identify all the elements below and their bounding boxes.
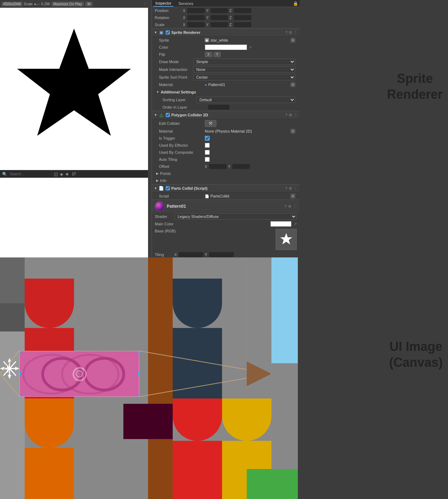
polygon-collider-arrow[interactable]: ▼ <box>154 113 157 117</box>
tiling-label: Tiling <box>155 252 172 257</box>
scale-z[interactable]: 1 <box>234 22 251 27</box>
auto-tiling-checkbox[interactable] <box>205 157 210 162</box>
sprite-prop-row: Sprite ▣ star_white ⊙ <box>152 37 300 44</box>
color-swatch[interactable] <box>205 44 247 50</box>
sel-handle-mr[interactable] <box>137 372 139 376</box>
material-link-button[interactable]: ⊙ <box>290 82 295 87</box>
polygon-collider-actions: ? ⚙ ⋮ <box>285 113 297 117</box>
points-row[interactable]: ▶ Points <box>152 170 300 177</box>
mask-interaction-label: Mask Interaction <box>159 67 193 72</box>
sprite-renderer-enabled-checkbox[interactable] <box>166 30 170 35</box>
pattern01-help-icon[interactable]: ? <box>284 204 287 209</box>
sel-handle-br[interactable] <box>137 395 139 397</box>
collider-material-link-button[interactable]: ⊙ <box>290 129 295 134</box>
flip-x-button[interactable]: X <box>205 52 212 57</box>
offset-x[interactable]: 0.6 <box>209 164 227 169</box>
sprite-renderer-header: ▼ ▣ Sprite Renderer ? ⚙ ⋮ <box>152 28 300 37</box>
pink-pattern-box <box>19 351 139 397</box>
sky-blue-area <box>271 257 298 363</box>
script-link-button[interactable]: ⊙ <box>290 194 295 199</box>
scale-x[interactable]: 1 <box>187 22 205 27</box>
tiling-x[interactable]: 1 <box>179 252 203 257</box>
tiling-y[interactable]: 1 <box>209 252 234 257</box>
mute-button[interactable]: M <box>85 2 92 6</box>
parts-collid-help-icon[interactable]: ? <box>285 186 287 191</box>
scale-y[interactable]: 1 <box>210 22 228 27</box>
draw-mode-select[interactable]: Simple <box>193 59 295 65</box>
rotation-z[interactable]: 0 <box>234 15 251 20</box>
sprite-renderer-collapse-arrow[interactable]: ▼ <box>154 31 157 34</box>
used-by-effector-checkbox[interactable] <box>205 143 210 148</box>
scale-value: 0.296 <box>41 2 50 6</box>
parts-collid-arrow[interactable]: ▼ <box>154 187 157 190</box>
tab-services[interactable]: Services <box>176 1 195 6</box>
pattern01-name: Pattern01 <box>167 204 282 209</box>
offset-xy: X0.6 Y0 <box>205 164 295 169</box>
polygon-collider-settings-icon[interactable]: ⚙ <box>289 113 292 117</box>
parts-collid-header: ▼ 📄 Parts Collid (Script) ? ⚙ ⋮ <box>152 184 300 193</box>
flip-label: Flip <box>159 52 205 56</box>
sprite-renderer-settings-icon[interactable]: ⚙ <box>289 30 292 35</box>
position-x[interactable]: 0 <box>187 8 205 13</box>
edit-collider-button[interactable]: ⚒ <box>205 120 216 127</box>
additional-settings-header[interactable]: ▼ Additional Settings <box>152 88 300 96</box>
svg-marker-17 <box>15 367 19 370</box>
tab-inspector[interactable]: Inspector <box>153 0 173 7</box>
sprite-renderer-help-icon[interactable]: ? <box>285 30 287 35</box>
main-color-label: Main Color <box>155 222 268 226</box>
maximize-on-play-button[interactable]: Maximize On Play <box>51 2 84 6</box>
filter-icon: ◈ <box>60 172 63 177</box>
edit-collider-label: Edit Collider <box>159 121 205 126</box>
star-filter-icon: ★ <box>65 172 69 177</box>
more-options-icon[interactable]: ⋮ <box>143 2 147 6</box>
polygon-collider-more-icon[interactable]: ⋮ <box>294 113 297 117</box>
flip-y-button[interactable]: Y <box>214 52 221 57</box>
is-trigger-checkbox[interactable] <box>205 136 210 141</box>
sprite-link-button[interactable]: ⊙ <box>290 38 295 43</box>
sorting-layer-select[interactable]: Default <box>196 97 295 103</box>
main-color-swatch[interactable] <box>270 221 291 227</box>
info-row[interactable]: ▶ Info <box>152 177 300 184</box>
svg-marker-16 <box>0 367 4 370</box>
base-rgb-texture <box>276 229 297 250</box>
rotation-x[interactable]: 0 <box>187 15 205 20</box>
main-color-expand-icon[interactable]: ↗ <box>294 222 297 226</box>
rotation-label: Rotation <box>155 16 183 20</box>
points-label: Points <box>160 171 171 176</box>
brown-right-arrow <box>247 361 271 386</box>
polygon-collider-help-icon[interactable]: ? <box>285 113 287 117</box>
pattern01-more-icon[interactable]: ⋮ <box>293 204 297 209</box>
used-by-composite-checkbox[interactable] <box>205 150 210 155</box>
scene-size-label: 4500x2048 <box>1 2 23 6</box>
game-canvas: ✛ <box>0 257 298 499</box>
position-y[interactable]: 0 <box>210 8 228 13</box>
order-in-layer-input[interactable]: 0 <box>208 105 229 110</box>
auto-tiling-label: Auto Tiling <box>159 157 205 162</box>
mask-interaction-select[interactable]: None <box>193 66 295 73</box>
material-dot-icon: ● <box>205 83 207 87</box>
scene-bottom-bar: 🔍 ◫ ◈ ★ 17 <box>0 170 148 178</box>
shader-select[interactable]: Legacy Shaders/Diffuse <box>174 213 297 220</box>
polygon-collider-enabled-checkbox[interactable] <box>166 113 170 117</box>
position-z[interactable]: 0 <box>234 8 251 13</box>
green-area <box>247 469 298 499</box>
scene-search-input[interactable] <box>9 172 51 176</box>
auto-tiling-row: Auto Tiling <box>152 156 300 163</box>
star-shape <box>7 22 141 156</box>
lock-icon[interactable]: 🔒 <box>293 1 298 6</box>
pattern01-settings-icon[interactable]: ⚙ <box>288 204 291 209</box>
sprite-renderer-more-icon[interactable]: ⋮ <box>294 30 297 35</box>
dark-maroon-box <box>123 404 173 439</box>
pencil-orange-top <box>25 398 74 448</box>
parts-collid-settings-icon[interactable]: ⚙ <box>289 186 292 191</box>
color-expand-icon[interactable]: ↗ <box>248 45 252 50</box>
parts-collid-more-icon[interactable]: ⋮ <box>294 186 297 191</box>
sprite-renderer-side-label: Sprite Renderer <box>387 71 443 102</box>
sprite-sort-point-select[interactable]: Center <box>193 74 295 80</box>
parts-collid-enabled-checkbox[interactable] <box>166 186 170 190</box>
pencil-navy-body <box>173 328 222 398</box>
rotation-y[interactable]: 0 <box>210 15 228 20</box>
order-in-layer-prop-row: Order in Layer 0 <box>152 104 300 111</box>
star-canvas <box>0 8 148 170</box>
offset-y[interactable]: 0 <box>232 164 250 169</box>
